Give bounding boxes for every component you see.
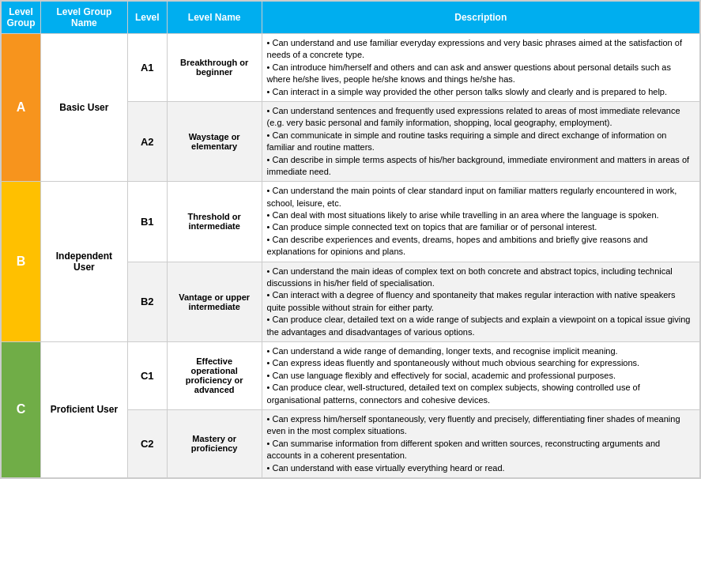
cell-level-group: B: [2, 182, 41, 342]
cell-level-group: A: [2, 34, 41, 182]
cell-description: • Can understand the main ideas of compl…: [262, 262, 699, 341]
cell-description: • Can express him/herself spontaneously,…: [262, 409, 699, 477]
cell-level-group: C: [2, 341, 41, 477]
main-table-container: Level Group Level Group Name Level Level…: [0, 0, 701, 479]
table-row: CProficient UserC1Effective operational …: [2, 341, 700, 409]
header-description: Description: [262, 2, 699, 34]
header-group-name: Level Group Name: [40, 2, 127, 34]
cell-description: • Can understand a wide range of demandi…: [262, 341, 699, 409]
cell-level: B1: [127, 182, 167, 262]
cell-level-group-name: Proficient User: [40, 341, 127, 477]
cell-level-name: Threshold or intermediate: [167, 182, 262, 262]
cell-level: C1: [127, 341, 167, 409]
cell-description: • Can understand sentences and frequentl…: [262, 101, 699, 181]
cell-level-group-name: Basic User: [40, 34, 127, 182]
cell-level: A1: [127, 34, 167, 102]
header-level: Level: [127, 2, 167, 34]
cell-description: • Can understand and use familiar everyd…: [262, 34, 699, 102]
cell-level: C2: [127, 409, 167, 477]
cell-level-name: Breakthrough or beginner: [167, 34, 262, 102]
header-level-name: Level Name: [167, 2, 262, 34]
table-row: ABasic UserA1Breakthrough or beginner• C…: [2, 34, 700, 102]
cell-level: A2: [127, 101, 167, 181]
cell-level-name: Vantage or upper intermediate: [167, 262, 262, 341]
cell-level-name: Mastery or proficiency: [167, 409, 262, 477]
cell-level-name: Waystage or elementary: [167, 101, 262, 181]
table-row: BIndependent UserB1Threshold or intermed…: [2, 182, 700, 262]
cefr-table: Level Group Level Group Name Level Level…: [1, 1, 700, 478]
cell-level: B2: [127, 262, 167, 341]
cell-level-name: Effective operational proficiency or adv…: [167, 341, 262, 409]
cell-level-group-name: Independent User: [40, 182, 127, 342]
cell-description: • Can understand the main points of clea…: [262, 182, 699, 262]
header-group: Level Group: [2, 2, 41, 34]
